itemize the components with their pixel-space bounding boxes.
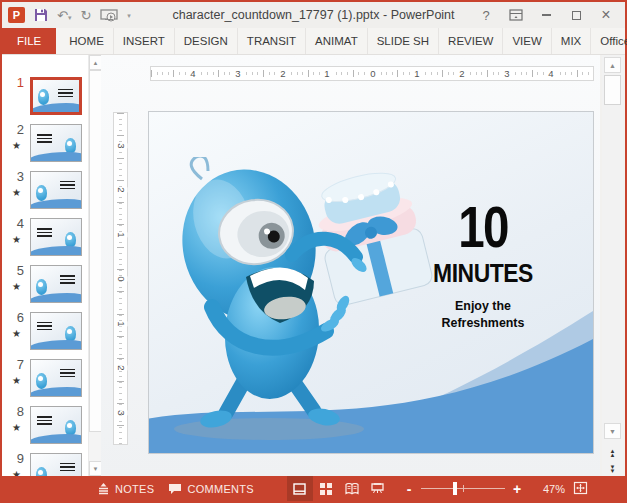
slide-thumbnail-image[interactable] [30,359,82,397]
slide-canvas[interactable]: 10 MINUTES Enjoy the Refreshments [148,111,594,454]
reading-view-icon [345,483,359,495]
slide-sorter-view-button[interactable] [313,476,339,501]
animation-star-icon: ★ [12,376,21,386]
customize-quick-access-icon[interactable]: ▾ [127,12,131,19]
zoom-slider-thumb[interactable] [453,482,457,495]
save-icon[interactable] [34,8,48,22]
ruler-tick-label: 4 [188,68,197,79]
maximize-icon[interactable] [563,5,589,25]
animation-star-icon: ★ [12,188,21,198]
powerpoint-window: P ↶▾ ↻ ▾ character_countdown_17797 (1).p… [0,0,627,503]
zoom-slider[interactable] [421,476,505,501]
tab-slideshow[interactable]: SLIDE SH [368,28,439,54]
zoom-out-button[interactable]: - [403,481,415,497]
countdown-unit[interactable]: MINUTES [416,258,550,289]
thumbnail-slide-2[interactable]: 2 ★ [2,122,88,169]
zoom-in-button[interactable]: + [511,481,523,497]
thumbnail-slide-9[interactable]: 9 ★ [2,451,88,476]
previous-slide-button[interactable]: ▲▲ [604,445,621,461]
next-slide-button[interactable]: ▼▼ [604,461,621,477]
tab-insert[interactable]: INSERT [114,28,175,54]
mini-text-block [60,275,75,284]
slide-thumbnail-panel: 1 2 ★ 3 ★ 4 [2,55,88,476]
slide-thumbnail-image[interactable] [30,265,82,303]
start-slideshow-icon[interactable] [100,9,118,22]
mini-text-block [60,181,75,190]
notes-icon [97,483,110,495]
reading-view-button[interactable] [339,476,365,501]
main-scrollbar-thumb[interactable] [604,75,621,105]
countdown-text-block[interactable]: 10 MINUTES Enjoy the Refreshments [407,200,559,331]
slide-thumbnail-image[interactable] [30,453,82,476]
tab-office-tutorials[interactable]: Office Tut...▾ [591,28,627,54]
thumbnail-slide-1[interactable]: 1 [2,75,88,122]
slide-number: 8 [10,404,24,419]
undo-icon[interactable]: ↶▾ [57,9,71,22]
minimize-icon[interactable] [533,5,559,25]
main-scrollbar[interactable]: ▲ ▼ ▲▲ ▼▼ [602,55,623,476]
tab-file[interactable]: FILE [2,28,56,54]
comments-button[interactable]: COMMENTS [161,476,261,501]
powerpoint-logo-icon[interactable]: P [8,7,25,23]
slide-thumbnail-image[interactable] [30,312,82,350]
ruler-tick-label: 1 [114,232,127,237]
title-bar: P ↶▾ ↻ ▾ character_countdown_17797 (1).p… [2,2,625,28]
fit-slide-icon [573,481,588,495]
slide-thumbnail-image[interactable] [30,406,82,444]
thumbnail-slide-4[interactable]: 4 ★ [2,216,88,263]
thumbnail-scrollbar[interactable]: ▲ ▼ [88,55,101,476]
ruler-tick-label: 1 [114,321,127,326]
tab-design[interactable]: DESIGN [175,28,238,54]
mini-text-block [58,89,73,98]
ruler-tick-label: 3 [502,68,511,79]
mini-wave [30,340,82,350]
tab-transitions[interactable]: TRANSIT [238,28,306,54]
slide-thumbnail-image[interactable] [30,124,82,162]
ribbon-display-options-icon[interactable] [503,5,529,25]
mini-text-block [37,134,52,143]
normal-view-button[interactable] [287,476,313,501]
comments-icon [168,483,182,495]
undo-dropdown-icon[interactable]: ▾ [68,14,72,21]
animation-star-icon: ★ [12,423,21,433]
countdown-subtitle[interactable]: Enjoy the Refreshments [413,298,553,330]
redo-icon[interactable]: ↻ [80,9,91,22]
tab-review[interactable]: REVIEW [439,28,503,54]
status-bar: NOTES COMMENTS - [2,476,625,501]
tab-view[interactable]: VIEW [503,28,551,54]
countdown-number[interactable]: 10 [421,200,546,253]
help-icon[interactable]: ? [473,5,499,25]
mini-wave [30,103,82,115]
fit-slide-to-window-button[interactable] [573,481,588,497]
character-illustration[interactable] [154,157,434,447]
slide-thumbnail-image[interactable] [30,77,82,115]
close-icon[interactable]: × [593,5,619,25]
mini-wave [30,152,82,162]
slide-thumbnail-image[interactable] [30,171,82,209]
tab-home[interactable]: HOME [60,28,114,54]
mini-text-block [37,322,52,331]
horizontal-ruler: 4 3 2 1 0 1 2 3 4 [150,66,594,81]
thumbnail-slide-7[interactable]: 7 ★ [2,357,88,404]
slide-number: 6 [10,310,24,325]
animation-star-icon: ★ [12,235,21,245]
tab-mix[interactable]: MIX [552,28,591,54]
slide-thumbnail-image[interactable] [30,218,82,256]
window-controls: ? × [473,5,625,25]
zoom-level[interactable]: 47% [531,483,565,495]
scroll-up-icon[interactable]: ▲ [604,57,621,73]
thumbnail-slide-6[interactable]: 6 ★ [2,310,88,357]
slide-number: 3 [10,169,24,184]
thumbnail-slide-3[interactable]: 3 ★ [2,169,88,216]
ruler-tick-label: 3 [233,68,242,79]
thumbnail-slide-5[interactable]: 5 ★ [2,263,88,310]
animation-star-icon: ★ [12,141,21,151]
slideshow-view-button[interactable] [365,476,391,501]
animation-star-icon: ★ [12,329,21,339]
mini-character [36,373,47,389]
thumbnail-slide-8[interactable]: 8 ★ [2,404,88,451]
notes-button[interactable]: NOTES [90,476,161,501]
ruler-tick-label: 1 [322,68,331,79]
scroll-down-icon[interactable]: ▼ [604,423,621,439]
tab-animations[interactable]: ANIMAT [306,28,368,54]
